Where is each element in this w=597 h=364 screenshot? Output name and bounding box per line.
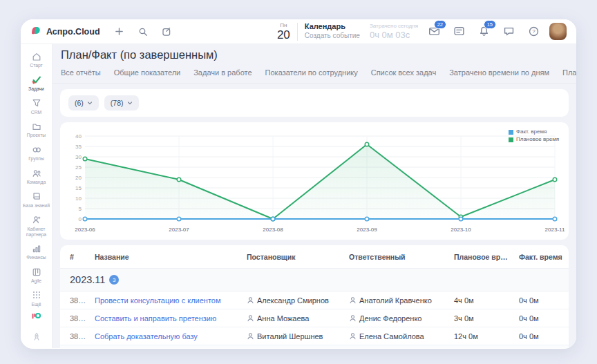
svg-text:2023-10: 2023-10 (451, 227, 471, 233)
more-icon (32, 290, 41, 300)
page-title: План/Факт (по завершенным) (61, 48, 576, 61)
sidebar-item-team[interactable]: Команда (21, 165, 52, 189)
group-count-badge: 3 (109, 275, 119, 285)
person-icon (349, 314, 357, 322)
chevron-down-icon (87, 100, 93, 106)
sidebar-item-crm[interactable]: CRM (21, 95, 52, 119)
filter-chip-0[interactable]: (6) (68, 95, 99, 111)
mail-icon[interactable]: 22 (425, 23, 443, 41)
column-header-0[interactable]: # (60, 253, 91, 261)
date-widget[interactable]: Пн 20 (277, 23, 298, 41)
svg-text:30: 30 (75, 154, 82, 160)
knowledge-icon (32, 191, 41, 202)
top-bar: Аспро.Cloud Пн 20 Календарь Создать собы… (21, 19, 576, 44)
plan-time: 12ч 0м (450, 332, 515, 341)
task-link[interactable]: Составить и направить претензию (95, 314, 216, 323)
add-button[interactable] (110, 23, 129, 41)
tab-2[interactable]: Задачи в работе (193, 65, 252, 83)
fact-time: 0ч 0м (515, 296, 569, 305)
table-row[interactable]: 3864 Собрать доказательную базу Виталий … (60, 327, 569, 345)
app-window: Аспро.Cloud Пн 20 Календарь Создать собы… (21, 19, 576, 349)
fact-time: 0ч 0м (515, 314, 569, 323)
partner-icon (32, 215, 41, 225)
person-icon (349, 332, 357, 340)
group-row-2023.11[interactable]: 2023.11 3 (60, 268, 569, 291)
help-icon[interactable]: ? (524, 23, 542, 41)
assignee-cell[interactable]: Анатолий Кравченко (349, 296, 446, 305)
filters-card: (6) (78) (60, 89, 569, 117)
chart-card: Факт. время Плановое время 0510152025303… (60, 122, 569, 240)
sidebar-item-agile[interactable]: Agile (21, 264, 52, 287)
groups-icon (32, 144, 41, 155)
aspro-brand-icon[interactable] (31, 311, 41, 324)
person-icon (247, 332, 254, 340)
agile-icon (32, 267, 41, 277)
column-header-5[interactable]: Факт. время (515, 253, 569, 261)
author-cell[interactable]: Виталий Шершнев (247, 332, 341, 341)
tab-3[interactable]: Показатели по сотруднику (265, 65, 358, 83)
projects-icon (32, 121, 41, 131)
assignee-cell[interactable]: Денис Федоренко (349, 314, 446, 323)
person-icon (247, 314, 254, 322)
sidebar-nav: Старт Задачи CRM Проекты Группы Команда … (21, 48, 52, 311)
tab-0[interactable]: Все отчёты (61, 65, 101, 83)
sidebar-item-more[interactable]: Ещё (21, 287, 52, 311)
mail-badge: 22 (434, 20, 446, 30)
filter-chip-1[interactable]: (78) (104, 95, 139, 111)
avatar[interactable] (549, 23, 567, 40)
column-header-3[interactable]: Ответственный (345, 253, 450, 261)
column-header-1[interactable]: Название (91, 253, 243, 261)
sidebar-item-finance[interactable]: Финансы (21, 240, 52, 264)
day-of-week: Пн (277, 23, 290, 28)
chevron-down-icon (127, 100, 133, 106)
day-number: 20 (277, 29, 290, 41)
time-tracked-widget[interactable]: Затрачено сегодня 0ч 0м 03с (370, 23, 418, 40)
bell-icon[interactable]: 15 (475, 23, 493, 41)
search-icon[interactable] (133, 23, 153, 41)
author-cell[interactable]: Анна Можаева (247, 314, 341, 323)
sidebar-item-tasks[interactable]: Задачи (21, 72, 52, 95)
table-row[interactable]: 3863 Составить и направить претензию Анн… (60, 309, 569, 327)
tab-6[interactable]: План/Факт (все задачи) (562, 65, 576, 83)
compose-icon[interactable] (157, 23, 176, 41)
person-icon (247, 296, 254, 304)
brand[interactable]: Аспро.Cloud (30, 25, 100, 39)
sidebar-item-projects[interactable]: Проекты (21, 118, 52, 142)
tab-5[interactable]: Затрачено времени по дням (449, 65, 549, 83)
sidebar-item-start[interactable]: Старт (21, 48, 52, 72)
chart-legend: Факт. время Плановое время (509, 128, 559, 144)
tasks-icon (31, 75, 41, 85)
bell-badge: 15 (484, 20, 496, 30)
svg-text:2023-06: 2023-06 (75, 227, 95, 233)
main-area: План/Факт (по завершенным) Все отчётыОбщ… (53, 44, 576, 348)
tab-4[interactable]: Список всех задач (371, 65, 437, 83)
table-row[interactable]: 3890 Провести консультацию с клиентом Ал… (60, 291, 569, 309)
svg-text:2023-11: 2023-11 (545, 227, 565, 233)
sidebar-item-groups[interactable]: Группы (21, 142, 52, 165)
column-header-4[interactable]: Плановое время (450, 253, 515, 261)
plan-fact-chart[interactable]: 05101520253035402023-062023-072023-08202… (68, 128, 560, 237)
tasks-table: #НазваниеПостановщикОтветственныйПланово… (60, 245, 569, 348)
sidebar-item-knowledge[interactable]: База знаний (21, 189, 52, 212)
assignee-cell[interactable]: Елена Самойлова (349, 332, 446, 341)
svg-text:2023-09: 2023-09 (357, 227, 377, 233)
svg-text:20: 20 (75, 175, 82, 181)
svg-text:40: 40 (75, 133, 82, 140)
finance-icon (32, 243, 41, 253)
svg-text:15: 15 (75, 185, 82, 191)
calendar-widget[interactable]: Календарь Создать событие (305, 22, 360, 40)
sidebar-item-partner[interactable]: Кабинет партнера (21, 212, 52, 241)
task-link[interactable]: Собрать доказательную базу (95, 332, 198, 341)
chat-icon[interactable] (500, 23, 518, 41)
table-header: #НазваниеПостановщикОтветственныйПланово… (60, 245, 569, 268)
author-cell[interactable]: Александр Смирнов (247, 296, 341, 305)
task-link[interactable]: Провести консультацию с клиентом (95, 296, 221, 305)
legend-item-1[interactable]: Плановое время (509, 136, 559, 144)
tab-1[interactable]: Общие показатели (114, 65, 181, 83)
column-header-2[interactable]: Постановщик (243, 253, 345, 261)
legend-item-0[interactable]: Факт. время (509, 128, 559, 136)
svg-text:0: 0 (79, 216, 82, 222)
svg-text:?: ? (532, 28, 536, 35)
rocket-icon[interactable] (32, 332, 41, 345)
feedback-icon[interactable] (450, 23, 468, 41)
